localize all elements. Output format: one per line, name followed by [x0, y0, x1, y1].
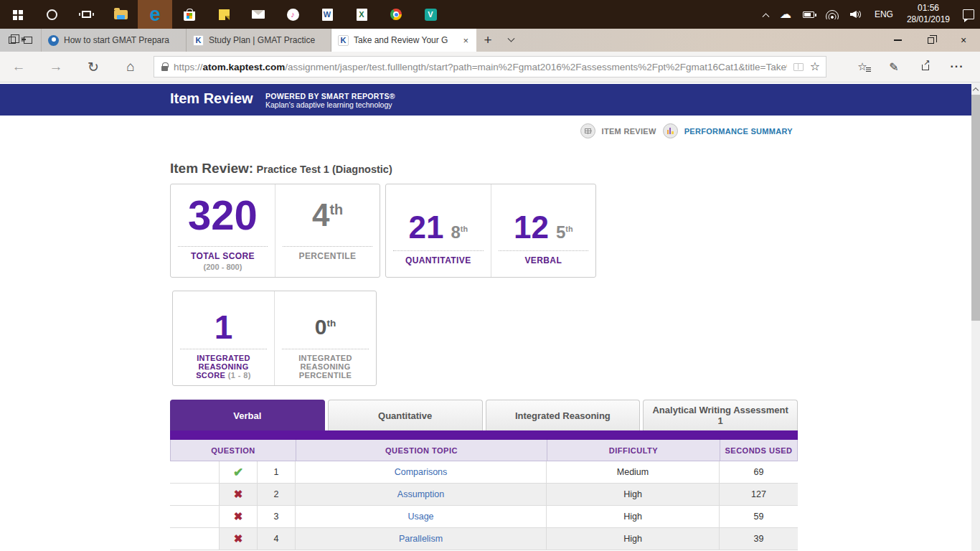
table-row: ✖ 3 Usage High 59: [170, 506, 798, 528]
browser-address-bar: ← → ↻ ⌂ https://atom.kaptest.com/assignm…: [0, 52, 980, 83]
screen: e ♪ W X V ☁ ENG 01:56 28/01/2019: [0, 0, 980, 551]
scrollbar-up-button[interactable]: [971, 83, 980, 95]
share-button[interactable]: [910, 60, 941, 73]
page-title: Item Review: Practice Test 1 (Diagnostic…: [170, 161, 392, 176]
quant-percentile: 8th: [451, 224, 468, 241]
wifi-icon: [826, 10, 839, 19]
excel-icon: X: [357, 9, 367, 21]
ir-score-label: INTEGRATED REASONING: [180, 354, 267, 371]
powered-by: POWERED BY SMART REPORTS® Kaplan's adapt…: [265, 92, 395, 109]
close-window-button[interactable]: ×: [947, 29, 980, 52]
tab-take-review[interactable]: K Take and Review Your G ×: [331, 29, 476, 52]
table-row: ✔ 1 Comparisons Medium 69: [170, 461, 798, 484]
cortana-button[interactable]: [34, 0, 69, 29]
topic-link[interactable]: Parallelism: [399, 534, 443, 544]
battery-tray-button[interactable]: [797, 0, 820, 29]
cortana-icon: [47, 9, 57, 20]
back-button[interactable]: ←: [0, 59, 37, 75]
tab-title: Take and Review Your G: [354, 35, 456, 45]
sticky-notes-button[interactable]: [207, 0, 241, 29]
result-cell: ✖: [220, 506, 258, 527]
tab-gmat-prep[interactable]: How to start GMAT Prepara: [42, 29, 187, 52]
col-question: QUESTION: [171, 440, 296, 461]
scrollbar-thumb[interactable]: [971, 95, 980, 321]
ir-score-half: 1 INTEGRATED REASONING SCORE (1 - 8): [173, 291, 274, 385]
language-indicator[interactable]: ENG: [868, 9, 900, 19]
chevron-down-icon: [507, 34, 514, 42]
forward-button[interactable]: →: [37, 59, 75, 75]
minimize-icon: [894, 39, 902, 41]
task-view-button[interactable]: [69, 0, 103, 29]
tab-study-plan[interactable]: K Study Plan | GMAT Practice: [187, 29, 331, 52]
question-table: QUESTION QUESTION TOPIC DIFFICULTY SECON…: [170, 440, 798, 550]
lock-icon: [161, 66, 168, 71]
test-name: Practice Test 1 (Diagnostic): [257, 164, 392, 175]
itunes-button[interactable]: ♪: [275, 0, 310, 29]
reading-view-icon[interactable]: [793, 63, 804, 71]
topic-cell: Usage: [296, 506, 547, 527]
store-button[interactable]: [172, 0, 207, 29]
item-review-link[interactable]: ITEM REVIEW: [602, 127, 656, 136]
ir-score-value: 1: [215, 311, 233, 344]
view-nav: ITEM REVIEW PERFORMANCE SUMMARY: [580, 123, 793, 138]
start-button[interactable]: [0, 0, 34, 29]
tab-quantitative[interactable]: Quantitative: [328, 400, 483, 430]
topic-link[interactable]: Usage: [407, 512, 433, 522]
home-button[interactable]: ⌂: [112, 59, 149, 75]
chevron-up-icon: [973, 87, 979, 93]
difficulty-cell: Medium: [547, 461, 720, 483]
verbal-percentile: 5th: [556, 224, 573, 241]
volume-tray-button[interactable]: [844, 0, 868, 29]
annotate-button[interactable]: ✎: [878, 60, 910, 74]
network-tray-button[interactable]: [820, 0, 844, 29]
restore-button[interactable]: [914, 29, 947, 52]
performance-summary-link[interactable]: PERFORMANCE SUMMARY: [684, 127, 793, 136]
url-field[interactable]: https://atom.kaptest.com/assignment/jasp…: [154, 56, 826, 77]
incorrect-icon: ✖: [234, 532, 243, 545]
mail-button[interactable]: [241, 0, 275, 29]
teal-app-button[interactable]: V: [413, 0, 448, 29]
seconds-cell: 127: [720, 484, 798, 505]
seconds-cell: 59: [720, 506, 798, 527]
percentile-value: 4th: [312, 199, 343, 231]
excel-button[interactable]: X: [344, 0, 379, 29]
topic-link[interactable]: Comparisons: [395, 467, 448, 477]
percentile-half: 4th PERCENTILE: [275, 184, 380, 277]
tab-list-button[interactable]: [499, 29, 522, 52]
set-tabs-aside-icon[interactable]: [24, 37, 32, 44]
question-number: 3: [258, 506, 296, 527]
more-button[interactable]: ···: [941, 60, 973, 73]
clock[interactable]: 01:56 28/01/2019: [900, 3, 957, 25]
onedrive-tray-button[interactable]: ☁: [774, 0, 797, 29]
refresh-button[interactable]: ↻: [75, 59, 112, 75]
close-tab-icon[interactable]: ×: [461, 35, 470, 46]
tray-expand-button[interactable]: [758, 0, 774, 29]
word-button[interactable]: W: [310, 0, 344, 29]
chrome-button[interactable]: [379, 0, 413, 29]
new-tab-button[interactable]: +: [476, 29, 499, 52]
page-scrollbar[interactable]: [971, 83, 980, 551]
minimize-button[interactable]: [881, 29, 914, 52]
edge-taskbar-button[interactable]: e: [138, 0, 172, 29]
tab-verbal[interactable]: Verbal: [170, 400, 325, 430]
ir-percentile-label2: PERCENTILE: [282, 371, 369, 380]
powered-line2: Kaplan's adaptive learning technology: [265, 100, 395, 109]
topic-cell: Comparisons: [296, 461, 547, 483]
favorite-star-icon[interactable]: ☆: [810, 61, 820, 72]
tab-integrated-reasoning[interactable]: Integrated Reasoning: [486, 400, 641, 430]
hub-button[interactable]: ☆: [847, 60, 878, 73]
tab-preview-icon[interactable]: [9, 37, 16, 44]
verbal-score-value: 12: [514, 212, 549, 243]
table-header: QUESTION QUESTION TOPIC DIFFICULTY SECON…: [170, 440, 798, 461]
table-row: ✖ 2 Assumption High 127: [170, 484, 798, 506]
topic-link[interactable]: Assumption: [397, 489, 444, 499]
page-content: Item Review POWERED BY SMART REPORTS® Ka…: [0, 83, 980, 551]
task-view-icon: [82, 11, 91, 18]
col-seconds: SECONDS USED: [720, 440, 797, 461]
ir-score-label2: SCORE (1 - 8): [180, 371, 267, 380]
action-center-button[interactable]: [957, 0, 980, 29]
tab-awa[interactable]: Analytical Writing Assessment 1: [643, 400, 798, 430]
verbal-label: VERBAL: [499, 255, 589, 265]
file-explorer-button[interactable]: [103, 0, 138, 29]
date-text: 28/01/2019: [907, 14, 950, 26]
